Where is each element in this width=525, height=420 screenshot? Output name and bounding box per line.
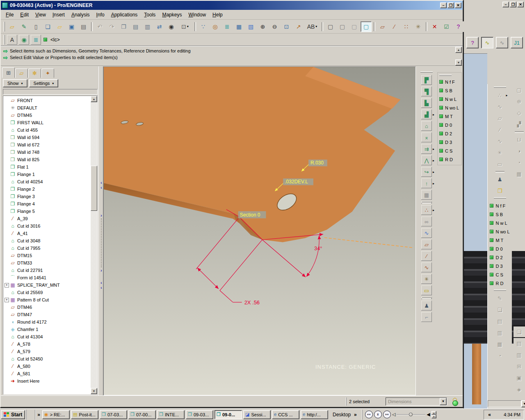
annotation-button[interactable]: A: [7, 34, 18, 45]
find-button[interactable]: ◉: [166, 21, 177, 32]
expand-box-icon[interactable]: [4, 148, 9, 156]
count-dimension-text[interactable]: 2X .56: [244, 299, 260, 306]
expand-box-icon[interactable]: [4, 311, 9, 318]
toggle-d2[interactable]: D 2: [439, 129, 460, 138]
expand-box-icon[interactable]: [4, 156, 9, 163]
toggle-cs[interactable]: C S: [439, 146, 460, 155]
tree-item-a578[interactable]: ⁄A_578: [4, 340, 90, 348]
tree-item-front[interactable]: ▱FRONT: [4, 97, 90, 104]
new-file-button[interactable]: ▯: [30, 21, 41, 32]
tree-item-form-14541[interactable]: ⌒Form id 14541: [4, 274, 90, 281]
tree-item-flange-1[interactable]: ❐Flange 1: [4, 171, 90, 178]
scroll-down-icon[interactable]: ▼: [91, 388, 97, 394]
volume-thumb[interactable]: [409, 413, 413, 416]
csys-toggle[interactable]: ✳: [413, 21, 424, 32]
sm-cut-button[interactable]: ⌂: [421, 121, 432, 131]
tree-item-round-4172[interactable]: ◖Round id 4172: [4, 318, 90, 326]
spin-up-icon[interactable]: ▴: [431, 411, 436, 415]
toggle-nff[interactable]: N f F: [490, 201, 509, 210]
toggle-nwol[interactable]: N wo L: [490, 227, 509, 236]
status-light-icon[interactable]: [452, 398, 458, 405]
toolbar-grip[interactable]: [494, 290, 506, 291]
task-09-03[interactable]: ❒09-03...: [186, 410, 213, 419]
tree-item-a581[interactable]: ⁄A_581: [4, 370, 90, 377]
toggle-rd[interactable]: R D: [439, 155, 460, 164]
media-pause-button[interactable]: ‖: [374, 411, 382, 418]
expand-box-icon[interactable]: [4, 215, 9, 222]
bg-sheet-info-button[interactable]: ❐: [494, 185, 506, 196]
spin-center-button[interactable]: ◎: [210, 21, 221, 32]
bend-button[interactable]: ↪: [421, 167, 432, 177]
toggle-d0[interactable]: D 0: [490, 244, 509, 253]
toggle-d3[interactable]: D 3: [490, 262, 509, 270]
bg-restore-button[interactable]: ❐: [510, 2, 516, 7]
sketch-tool-button[interactable]: ∞: [421, 216, 432, 227]
layer-display-button[interactable]: ≣: [30, 34, 41, 45]
task-07-03[interactable]: ❒07-03...: [100, 410, 127, 419]
tree-item-wall-594[interactable]: ❒Wall id 594: [4, 134, 90, 141]
splitter-collapse-icon[interactable]: ‹: [99, 185, 103, 190]
spin-down-icon[interactable]: ▾: [431, 415, 436, 418]
tree-item-cut-455[interactable]: ⌂Cut id 455: [4, 126, 90, 134]
open-in-session-button[interactable]: ▱: [7, 21, 18, 32]
tree-item-a580[interactable]: ⁄A_580: [4, 363, 90, 370]
open-window-button[interactable]: ☑: [441, 21, 452, 32]
toggle-sb[interactable]: S B: [439, 86, 460, 95]
copy-button[interactable]: ❐: [118, 21, 129, 32]
toggle-mt[interactable]: M T: [439, 112, 460, 121]
close-window-button[interactable]: ✕: [429, 21, 440, 32]
tree-item-dtm33[interactable]: ▱DTM33: [4, 259, 90, 267]
tab-favorites[interactable]: ✻: [28, 68, 41, 78]
minimize-button[interactable]: –: [440, 2, 447, 8]
flat-pattern-button[interactable]: ▦: [421, 189, 432, 200]
expand-box-icon[interactable]: [4, 119, 9, 126]
volume-track[interactable]: [397, 414, 425, 415]
tab-folder-browser[interactable]: ▱: [15, 68, 28, 78]
tree-scrollbar[interactable]: ▲ ▼: [91, 96, 97, 394]
datum-refs-button[interactable]: ∵: [198, 21, 209, 32]
bg-pipe-tool-button[interactable]: ∿: [496, 37, 508, 48]
tree-item-dtm45[interactable]: ▱DTM45: [4, 112, 90, 119]
toggle-nff[interactable]: N f F: [439, 78, 460, 86]
dev-note-text[interactable]: .032DEV.L: [285, 179, 308, 185]
expand-box-icon[interactable]: [4, 97, 9, 104]
model-view[interactable]: 34° 2X .56 R.030 .032DEV.L Section 0: [104, 67, 415, 395]
selection-filter-combobox[interactable]: Dimensions ▼: [386, 397, 447, 406]
expand-box-icon[interactable]: [4, 126, 9, 134]
zoom-in-button[interactable]: ⊕: [257, 21, 268, 32]
scroll-up-icon[interactable]: ▲: [455, 47, 462, 53]
toolbar-grip[interactable]: [4, 22, 5, 32]
tree-item-cut-7955[interactable]: ⌂Cut id 7955: [4, 244, 90, 252]
bg-minimize-button[interactable]: –: [502, 2, 509, 7]
scrollbar-thumb[interactable]: [91, 166, 97, 211]
task-sessi[interactable]: ◪Sessi...: [243, 410, 271, 419]
reorient-button[interactable]: ↗: [293, 21, 304, 32]
maximize-button[interactable]: ❒: [447, 2, 454, 8]
tree-item-cut-52450[interactable]: ⌂Cut id 52450: [4, 355, 90, 363]
bg-joint-tool-button[interactable]: J1: [511, 37, 523, 48]
toolbar-grip[interactable]: [4, 35, 5, 45]
tree-item-flange-2[interactable]: ❐Flange 2: [4, 185, 90, 193]
sm-punch-button[interactable]: ⌅: [421, 132, 432, 143]
menu-info[interactable]: Info: [93, 11, 108, 19]
spline-tool-button[interactable]: ∿: [421, 262, 432, 273]
task-re[interactable]: ◉> RE:...: [42, 410, 70, 419]
save-file-button[interactable]: ▣: [66, 21, 77, 32]
layers-button[interactable]: ≣: [221, 21, 233, 32]
tree-item-first-wall[interactable]: ❐FIRST WALL: [4, 119, 90, 126]
expand-box-icon[interactable]: [4, 185, 9, 193]
scroll-up-icon[interactable]: ▲: [91, 96, 97, 102]
select-box-button[interactable]: ⊡: [178, 21, 192, 32]
tree-item-wall-748[interactable]: ❒Wall id 748: [4, 148, 90, 156]
tab-history[interactable]: ✦: [41, 68, 54, 78]
menu-help[interactable]: Help: [209, 11, 226, 19]
expand-box-icon[interactable]: [4, 141, 9, 148]
task-inte[interactable]: ❒INTE...: [157, 410, 185, 419]
volume-slider[interactable]: ◁ ◀: [392, 412, 430, 417]
context-help-button[interactable]: ?: [453, 21, 464, 32]
tree-item-flange-5[interactable]: ❐Flange 5: [4, 208, 90, 215]
saved-views-button[interactable]: AB: [305, 21, 320, 32]
expand-box-icon[interactable]: [4, 377, 9, 385]
expand-box-icon[interactable]: [4, 237, 9, 244]
tree-item-wall-825[interactable]: ❒Wall id 825: [4, 156, 90, 163]
